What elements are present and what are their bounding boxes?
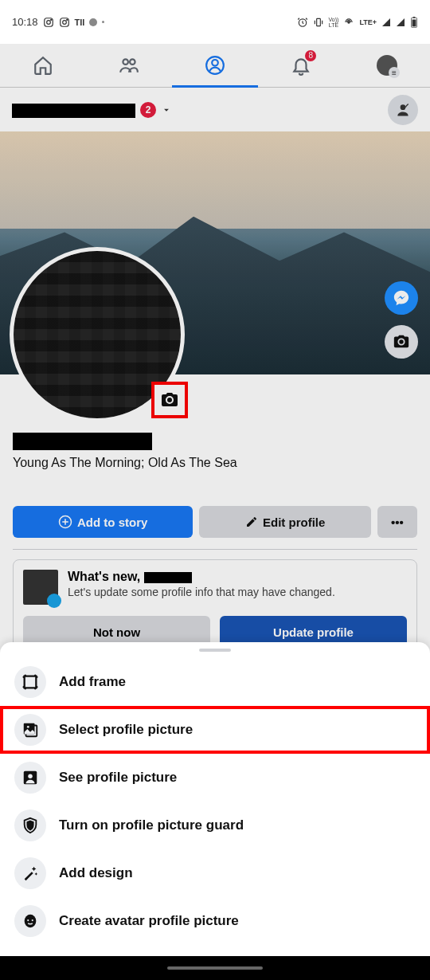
alarm-icon: [297, 17, 308, 28]
frame-icon: [14, 666, 46, 698]
person-square-icon: [14, 762, 46, 794]
more-icon: •••: [391, 515, 404, 529]
avatar-face-icon: [14, 905, 46, 937]
sheet-option-select-picture[interactable]: Select profile picture: [0, 706, 430, 754]
chevron-down-icon: [161, 104, 172, 116]
profile-display-name: [13, 430, 417, 451]
messenger-fab[interactable]: [385, 281, 418, 315]
svg-point-1: [46, 20, 50, 24]
sheet-option-guard[interactable]: Turn on profile picture guard: [0, 802, 430, 849]
svg-point-22: [28, 774, 33, 778]
android-gesture-bar[interactable]: [0, 956, 430, 980]
card-subtitle: Let's update some profile info that may …: [68, 586, 335, 598]
svg-rect-11: [412, 19, 416, 26]
app-indicator: TII: [75, 18, 85, 27]
cover-photo[interactable]: [0, 131, 430, 374]
svg-point-5: [66, 19, 67, 20]
profile-switcher-bar[interactable]: 2: [0, 88, 430, 131]
instagram-icon: [59, 17, 70, 28]
svg-point-16: [401, 104, 406, 110]
svg-point-23: [25, 915, 37, 928]
sheet-option-label: See profile picture: [59, 770, 177, 786]
sheet-option-add-frame[interactable]: Add frame: [0, 658, 430, 706]
small-dot-icon: [102, 21, 104, 23]
profile-bio: Young As The Morning; Old As The Sea: [13, 456, 417, 470]
edit-profile-label: Edit profile: [263, 515, 325, 529]
svg-point-8: [348, 21, 350, 22]
svg-point-2: [50, 19, 51, 20]
shield-icon: [14, 809, 46, 841]
sheet-handle[interactable]: [199, 649, 231, 652]
sheet-option-see-picture[interactable]: See profile picture: [0, 754, 430, 802]
svg-rect-10: [413, 17, 416, 18]
dot-icon: [89, 18, 97, 26]
signal-icon: [396, 18, 405, 27]
tab-home[interactable]: [0, 44, 86, 87]
sheet-option-label: Select profile picture: [59, 722, 193, 738]
tab-profile[interactable]: [172, 44, 258, 87]
avatar-icon: [377, 55, 397, 76]
svg-point-4: [62, 20, 66, 24]
svg-point-12: [123, 59, 128, 65]
profile-camera-button[interactable]: [151, 382, 188, 418]
svg-point-15: [212, 60, 218, 66]
sheet-option-create-avatar[interactable]: Create avatar profile picture: [0, 897, 430, 945]
vibrate-icon: [313, 17, 324, 28]
sheet-option-label: Add frame: [59, 674, 126, 690]
sheet-option-label: Turn on profile picture guard: [59, 817, 244, 833]
clock-text: 10:18: [12, 16, 38, 28]
signal-icon: [381, 18, 391, 27]
profile-picture-actions-sheet: Add frame Select profile picture See pro…: [0, 642, 430, 956]
notification-badge: 8: [305, 50, 316, 61]
divider: [13, 549, 417, 550]
tab-menu[interactable]: [344, 44, 430, 87]
add-to-story-label: Add to story: [77, 515, 147, 529]
account-settings-button[interactable]: [388, 95, 418, 125]
tab-notifications[interactable]: 8: [258, 44, 344, 87]
edit-profile-button[interactable]: Edit profile: [199, 506, 371, 538]
sheet-option-label: Add design: [59, 865, 133, 881]
profile-name-redacted: [12, 100, 135, 120]
svg-point-24: [27, 919, 29, 921]
cover-camera-button[interactable]: [385, 325, 418, 359]
svg-point-25: [32, 919, 33, 921]
svg-point-20: [27, 726, 29, 728]
profile-count-badge: 2: [140, 102, 156, 118]
volte-icon: Vo))LTE: [329, 17, 339, 28]
svg-point-13: [130, 59, 135, 65]
svg-rect-7: [316, 18, 320, 25]
top-nav: 8: [0, 44, 430, 88]
more-button[interactable]: •••: [377, 506, 417, 538]
card-thumbnail: [23, 570, 58, 605]
hotspot-icon: [343, 17, 354, 28]
instagram-icon: [43, 17, 54, 28]
card-title: What's new,: [68, 570, 335, 584]
add-to-story-button[interactable]: Add to story: [13, 506, 193, 538]
status-bar: 10:18 TII Vo))LTE LTE+: [0, 0, 430, 44]
wand-icon: [14, 857, 46, 889]
sheet-option-label: Create avatar profile picture: [59, 913, 239, 929]
tab-friends[interactable]: [86, 44, 172, 87]
battery-icon: [410, 17, 418, 28]
lte-plus-text: LTE+: [359, 18, 377, 26]
sheet-option-add-design[interactable]: Add design: [0, 849, 430, 897]
picture-icon: [14, 714, 46, 746]
